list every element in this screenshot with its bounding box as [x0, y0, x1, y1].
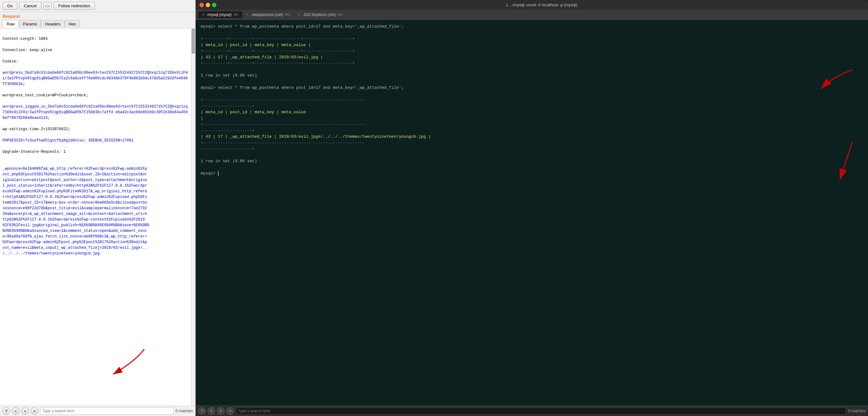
term-sep-1: +----------+---------+------------------…	[201, 36, 863, 42]
add-button-right[interactable]: +	[217, 407, 224, 415]
terminal-bottom-bar: ? < + > 0 matches	[196, 406, 868, 416]
left-panel: Go Cancel ‹ | › Follow redirection Reque…	[0, 0, 196, 416]
request-tabs-bar: Raw Params Headers Hex	[0, 20, 195, 29]
request-text[interactable]: Content-Length: 1003 Connection: keep-al…	[0, 29, 191, 406]
terminal-title: 1. ../mysql -uroot -h localhost -p (mysq…	[219, 2, 864, 7]
right-panel: 1. ../mysql -uroot -h localhost -p (mysq…	[196, 0, 868, 416]
request-content-area: Content-Length: 1003 Connection: keep-al…	[0, 29, 195, 406]
term-sep-9: ---------------------+	[201, 146, 863, 152]
term-header-2a: | meta_id | post_id | meta_key | meta_va…	[201, 109, 863, 115]
term-line-2: mysql> select * from wp_postmeta where p…	[201, 85, 863, 91]
post-body: _wpnonce=8e164006fa&_wp_http_referer=%2F…	[2, 167, 149, 256]
term-row-2: | 43 | 17 | _wp_attached_file | 2019/03/…	[201, 133, 863, 140]
upgrade-insecure: Upgrade-Insecure-Requests: 1	[2, 150, 66, 154]
tab-headers[interactable]: Headers	[41, 20, 65, 28]
left-toolbar: Go Cancel ‹ | › Follow redirection	[0, 0, 195, 12]
search-input-right[interactable]	[236, 407, 846, 415]
cancel-button[interactable]: Cancel	[19, 2, 41, 10]
term-sep-7: ---------------------+	[201, 128, 863, 134]
term-tab-options[interactable]: ✕ ..018.3/options (zsh) ⌘3	[294, 11, 346, 18]
cookie-value-1: wordpress_5bd7a9c61cda6e66fc921a05bc80ee…	[2, 70, 188, 86]
term-line-blank-1	[201, 30, 863, 36]
header-connection: Connection: keep-alive	[2, 48, 52, 52]
term-row-1: | 43 | 17 | _wp_attached_file | 2019/03/…	[201, 54, 863, 61]
terminal-window: 1. ../mysql -uroot -h localhost -p (mysq…	[196, 0, 868, 416]
terminal-titlebar: 1. ../mysql -uroot -h localhost -p (mysq…	[196, 0, 868, 10]
tab-close-mysql[interactable]: ✕	[202, 13, 205, 16]
help-button-right[interactable]: ?	[198, 407, 206, 415]
maximize-button-terminal[interactable]	[212, 3, 216, 7]
next-button-left[interactable]: >	[31, 407, 38, 415]
cookie-settings: wp-settings-time-2=1553076622;	[2, 127, 70, 131]
cookie-phpsessid: PHPSESSID=7v3uofha05lgvcfbq9g1d8ncso; XD…	[2, 138, 133, 143]
header-cookie-label: Cookie:	[2, 59, 18, 64]
term-blank-4	[201, 91, 863, 97]
minimize-button-terminal[interactable]	[206, 3, 210, 7]
term-sep-3: +----------+---------+------------------…	[201, 60, 863, 66]
back-arrow: ‹	[45, 4, 47, 8]
prev-button-left[interactable]: <	[12, 407, 20, 415]
term-tab-mysql-label: ./mysql (mysql)	[206, 12, 232, 17]
term-prompt: mysql>	[201, 170, 863, 177]
term-sep-6: +---------------------------------------…	[201, 121, 863, 128]
term-tab-mysql-key: ⌘1	[234, 13, 239, 16]
left-bottom-bar: ? < + > 0 matches	[0, 406, 195, 416]
term-sep-8: +---------------------------------------…	[201, 140, 863, 146]
term-blank-2	[201, 66, 863, 73]
term-sep-5: ---------------------+	[201, 103, 863, 110]
prev-button-right[interactable]: <	[208, 407, 215, 415]
term-tab-pictures[interactable]: ✕ ..ktop/pictures (zsh) ⌘2	[242, 11, 293, 18]
follow-redirection-button[interactable]: Follow redirection	[54, 2, 95, 10]
cookie-test: wordpress_test_cookie=WP+Cookie+check;	[2, 93, 88, 97]
back-forward-nav[interactable]: ‹ | ›	[43, 2, 52, 10]
add-button-left[interactable]: +	[21, 407, 29, 415]
scrollbar-thumb	[192, 29, 195, 54]
close-button-terminal[interactable]	[199, 3, 204, 7]
header-content-length: Content-Length: 1003	[2, 37, 48, 41]
term-tab-options-key: ⌘3	[338, 13, 343, 16]
tab-close-options[interactable]: ✕	[298, 13, 300, 16]
next-button-right[interactable]: >	[226, 407, 234, 415]
request-label: Request	[0, 12, 195, 20]
term-header-1: | meta_id | post_id | meta_key | meta_va…	[201, 42, 863, 48]
term-sep-2: +----------+---------+------------------…	[201, 48, 863, 54]
term-row-count-2: 1 row in set (0.00 sec)	[201, 158, 863, 165]
tab-hex[interactable]: Hex	[65, 20, 80, 28]
help-button-left[interactable]: ?	[2, 407, 10, 415]
tab-params[interactable]: Params	[19, 20, 41, 28]
forward-arrow: ›	[48, 4, 50, 8]
term-header-2b: |	[201, 115, 863, 122]
request-content-wrapper: Content-Length: 1003 Connection: keep-al…	[0, 29, 195, 406]
term-tab-pictures-label: ..ktop/pictures (zsh)	[250, 12, 283, 17]
matches-label-left: 0 matches	[176, 409, 193, 413]
tab-close-pictures[interactable]: ✕	[246, 13, 248, 16]
term-blank-5	[201, 152, 863, 158]
term-row-count-1: 1 row in set (0.00 sec)	[201, 72, 863, 79]
term-tab-pictures-key: ⌘2	[285, 13, 290, 16]
terminal-tabs-bar: ✕ ./mysql (mysql) ⌘1 ✕ ..ktop/pictures (…	[196, 10, 868, 20]
term-blank-3	[201, 79, 863, 85]
tab-raw[interactable]: Raw	[2, 20, 19, 28]
search-input-left[interactable]	[40, 407, 174, 415]
term-tab-mysql[interactable]: ✕ ./mysql (mysql) ⌘1	[198, 11, 242, 18]
term-sep-4: +---------------------------------------…	[201, 97, 863, 103]
divider: |	[47, 4, 48, 8]
go-button[interactable]: Go	[2, 2, 17, 10]
term-line-1: mysql> select * from wp_postmeta where p…	[201, 24, 863, 30]
cookie-logged-in: wordpress_logged_in_5bd7a9c61cda6e66fc92…	[2, 105, 188, 120]
matches-label-right: 0 matches	[848, 409, 866, 413]
terminal-content[interactable]: mysql> select * from wp_postmeta where p…	[196, 20, 868, 406]
left-scrollbar[interactable]	[191, 29, 195, 406]
term-tab-options-label: ..018.3/options (zsh)	[302, 12, 336, 17]
term-blank-6	[201, 165, 863, 171]
traffic-lights	[199, 3, 216, 7]
